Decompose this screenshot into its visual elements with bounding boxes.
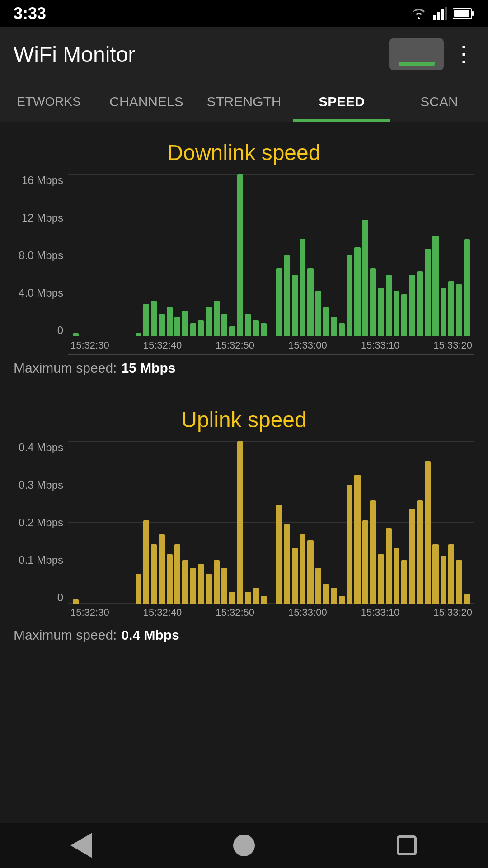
- uplink-chart-container: 0.4 Mbps 0.3 Mbps 0.2 Mbps 0.1 Mbps 0 15…: [14, 441, 474, 622]
- more-options-button[interactable]: ⋮: [453, 43, 474, 65]
- downlink-bar: [198, 320, 204, 336]
- uplink-bar: [292, 548, 298, 604]
- uplink-bar: [221, 568, 227, 604]
- uplink-x-axis: 15:32:30 15:32:40 15:32:50 15:33:00 15:3…: [68, 604, 474, 622]
- downlink-max-speed: Maximum speed: 15 Mbps: [14, 360, 474, 376]
- uplink-y-label-4: 0.4 Mbps: [14, 441, 68, 454]
- downlink-bar: [315, 291, 321, 336]
- status-icons: [410, 7, 474, 20]
- uplink-bar: [198, 564, 204, 604]
- uplink-bar: [315, 568, 321, 604]
- uplink-bar: [362, 520, 368, 604]
- downlink-chart-area: 15:32:30 15:32:40 15:32:50 15:33:00 15:3…: [68, 174, 474, 355]
- tab-speed[interactable]: SPEED: [293, 81, 390, 122]
- uplink-bar: [245, 592, 251, 604]
- app-bar: WiFi Monitor ⋮: [0, 27, 488, 81]
- app-bar-actions: ⋮: [389, 38, 474, 70]
- uplink-bar: [206, 574, 211, 604]
- back-button[interactable]: [63, 827, 99, 863]
- svg-rect-6: [454, 10, 469, 17]
- downlink-bar: [417, 271, 423, 336]
- uplink-bar: [143, 520, 149, 604]
- uplink-bar: [229, 592, 235, 604]
- uplink-title: Uplink speed: [14, 407, 474, 432]
- uplink-bar: [190, 568, 196, 604]
- tab-channels[interactable]: CHANNELS: [98, 81, 195, 122]
- svg-rect-1: [437, 12, 440, 20]
- downlink-section: Downlink speed 16 Mbps 12 Mbps 8.0 Mbps …: [0, 131, 488, 389]
- uplink-max-speed: Maximum speed: 0.4 Mbps: [14, 627, 474, 643]
- uplink-bar: [174, 544, 180, 604]
- tab-scan[interactable]: SCAN: [390, 81, 488, 122]
- uplink-bar: [73, 599, 79, 604]
- downlink-bar: [151, 301, 157, 336]
- downlink-x-label-1: 15:32:40: [143, 340, 182, 351]
- uplink-y-label-1: 0.1 Mbps: [14, 554, 68, 566]
- downlink-bar: [323, 307, 329, 336]
- app-title: WiFi Monitor: [14, 42, 135, 67]
- uplink-bar: [284, 524, 290, 604]
- wifi-toggle-button[interactable]: [389, 38, 444, 70]
- uplink-x-label-0: 15:32:30: [70, 607, 109, 618]
- downlink-bar: [276, 268, 282, 336]
- uplink-section: Uplink speed 0.4 Mbps 0.3 Mbps 0.2 Mbps …: [0, 398, 488, 656]
- uplink-x-label-1: 15:32:40: [143, 607, 182, 618]
- uplink-x-label-2: 15:32:50: [216, 607, 254, 618]
- uplink-bar: [253, 588, 258, 604]
- downlink-bar: [261, 323, 267, 336]
- downlink-bar: [253, 320, 258, 336]
- uplink-bar: [448, 544, 454, 604]
- downlink-y-label-3: 12 Mbps: [14, 212, 68, 224]
- uplink-bar: [323, 584, 329, 604]
- uplink-bar: [432, 544, 438, 604]
- downlink-bar: [362, 220, 368, 336]
- uplink-bar: [378, 554, 384, 604]
- downlink-bar: [386, 275, 392, 336]
- home-button[interactable]: [226, 827, 262, 863]
- uplink-bar: [370, 500, 376, 604]
- navigation-bar: [0, 823, 488, 868]
- tab-strength[interactable]: STRENGTH: [195, 81, 293, 122]
- downlink-bar: [245, 314, 251, 336]
- uplink-x-label-4: 15:33:10: [361, 607, 400, 618]
- downlink-bar: [136, 333, 141, 336]
- signal-icon: [433, 7, 447, 20]
- downlink-y-axis: 16 Mbps 12 Mbps 8.0 Mbps 4.0 Mbps 0: [14, 174, 68, 355]
- downlink-bar: [409, 275, 415, 336]
- downlink-y-label-0: 0: [14, 324, 68, 337]
- downlink-chart-container: 16 Mbps 12 Mbps 8.0 Mbps 4.0 Mbps 0 15:3…: [14, 174, 474, 355]
- uplink-bar: [300, 534, 305, 604]
- svg-rect-0: [433, 15, 436, 20]
- downlink-bar: [237, 174, 243, 336]
- uplink-x-label-3: 15:33:00: [288, 607, 327, 618]
- uplink-bars: [68, 441, 474, 604]
- uplink-max-speed-label: Maximum speed:: [14, 627, 117, 643]
- uplink-x-label-5: 15:33:20: [433, 607, 472, 618]
- downlink-bar: [73, 333, 79, 336]
- downlink-bar: [143, 304, 149, 336]
- tab-networks[interactable]: ETWORKS: [0, 81, 98, 122]
- downlink-bar: [159, 314, 164, 336]
- uplink-bar: [307, 540, 313, 604]
- svg-rect-2: [441, 9, 444, 20]
- status-time: 3:33: [14, 4, 46, 23]
- uplink-bar: [151, 544, 157, 604]
- downlink-y-label-1: 4.0 Mbps: [14, 287, 68, 299]
- downlink-bar: [394, 291, 399, 336]
- recents-button[interactable]: [389, 827, 425, 863]
- uplink-bar: [261, 596, 267, 604]
- uplink-bar: [441, 556, 446, 604]
- home-icon: [233, 835, 255, 856]
- downlink-y-label-2: 8.0 Mbps: [14, 249, 68, 262]
- downlink-bar: [339, 323, 345, 336]
- uplink-bar: [409, 509, 415, 604]
- downlink-bar: [378, 288, 384, 336]
- downlink-x-label-2: 15:32:50: [216, 340, 254, 351]
- uplink-y-axis: 0.4 Mbps 0.3 Mbps 0.2 Mbps 0.1 Mbps 0: [14, 441, 68, 622]
- svg-rect-3: [445, 7, 447, 20]
- downlink-max-speed-value: 15 Mbps: [121, 360, 175, 376]
- uplink-bar: [339, 596, 345, 604]
- uplink-bar: [347, 485, 352, 604]
- downlink-bar: [441, 288, 446, 336]
- downlink-bar: [182, 311, 188, 336]
